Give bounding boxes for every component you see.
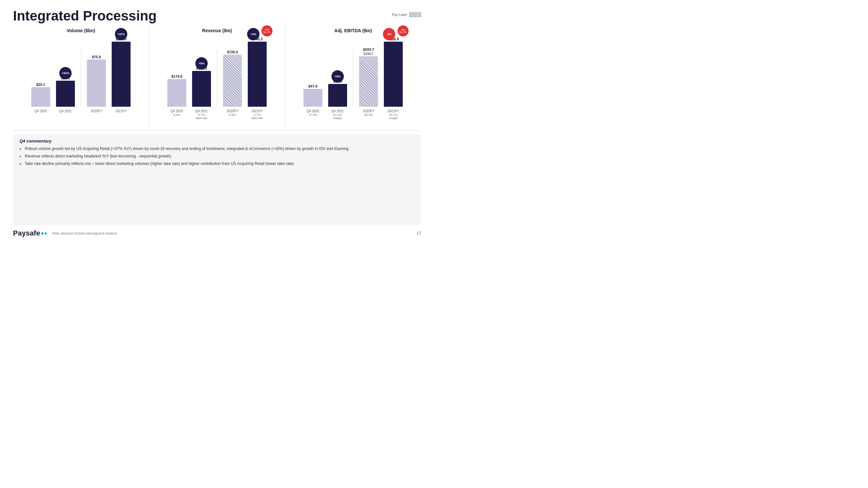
ebitda-expl-badge: -6% Ex. PL [398, 25, 409, 36]
revenue-badge-q4: +9% [195, 57, 208, 70]
pay-later-legend: Pay Later [392, 12, 421, 17]
volume-labels: Q4 2020 Q4 2021 2020FY 2021FY [31, 108, 130, 113]
commentary-item-1: Robust volume growth led by US Acquiring… [20, 146, 414, 152]
volume-badge-q4: +30% [59, 67, 72, 79]
ebitda-chart: Adj. EBITDA ($m) $47.8 +8% $51.8 $2 [285, 27, 421, 130]
volume-bar-q4-2021: +30% $26.1 [56, 76, 75, 107]
volume-bar-2021fy: +32% $100.0 [112, 37, 130, 107]
ebitda-chart-title: Adj. EBITDA ($m) [334, 28, 372, 33]
paysafe-logo-text: Paysafe [13, 229, 40, 237]
commentary-item-2: Revenue reflects direct marketing headwi… [20, 154, 414, 159]
revenue-chart: Revenue ($m) $174.8 +9% $190.3 $720 [149, 27, 285, 130]
ebitda-bar-q4-2021: +8% $51.8 [328, 79, 347, 107]
footer-note: Note: amounts include intersegment reven… [52, 232, 117, 235]
volume-chart-title: Volume ($bn) [67, 28, 95, 33]
revenue-bar-q4-2021: +9% $190.3 [192, 66, 211, 107]
footer: Paysafe Note: amounts include intersegme… [13, 228, 421, 237]
commentary-title: Q4 commentary [20, 139, 414, 143]
revenue-chart-title: Revenue ($m) [202, 28, 232, 33]
page-number: 17 [417, 231, 421, 235]
logo-dot-2 [44, 232, 47, 234]
commentary-list: Robust volume growth led by US Acquiring… [20, 146, 414, 166]
ebitda-bar-q4-2020: $47.8 [304, 84, 322, 107]
ebitda-bar-2020fy: $203.7 $199.7 [359, 47, 378, 107]
revenue-badge-fy: +4% [247, 28, 259, 40]
pay-later-label: Pay Later [392, 13, 407, 17]
logo-dot-1 [41, 232, 43, 234]
page: Pay Later Integrated Processing Volume (… [0, 0, 434, 244]
ebitda-bar-2021fy: -8% -6% Ex. PL $186.9 [384, 37, 403, 107]
commentary-box: Q4 commentary Robust volume growth led b… [13, 134, 421, 225]
footer-left: Paysafe Note: amounts include intersegme… [13, 229, 117, 237]
paysafe-logo: Paysafe [13, 229, 47, 237]
revenue-expl-badge: +7% Ex. PL [261, 25, 273, 36]
revenue-bar-2020fy: $720.0 [223, 50, 242, 107]
volume-bar-q4-2020: $20.1 [31, 83, 50, 107]
divider3 [353, 48, 353, 107]
ebitda-labels: Q4 2020 27.3% Q4 2021 27.2% margin 2020F… [304, 108, 403, 120]
page-title: Integrated Processing [13, 8, 421, 24]
revenue-labels: Q4 2020 0.9% Q4 2021 0.7% take rate 2020… [167, 108, 267, 120]
commentary-item-3: Take rate decline primarily reflects mix… [20, 161, 414, 167]
volume-chart: Volume ($bn) $20.1 +30% $26.1 $75.8 [13, 27, 149, 130]
volume-badge-fy: +32% [115, 28, 127, 40]
pay-later-pattern-icon [409, 12, 421, 17]
revenue-bar-q4-2020: $174.8 [167, 74, 186, 107]
ebitda-badge-fy: -8% [383, 28, 395, 40]
ebitda-badge-q4: +8% [332, 70, 344, 83]
revenue-bar-2021fy: +4% +7% Ex. PL $745.3 [248, 37, 267, 107]
volume-bar-2020fy: $75.8 [87, 55, 106, 107]
divider [81, 48, 81, 107]
charts-row: Volume ($bn) $20.1 +30% $26.1 $75.8 [13, 27, 421, 131]
